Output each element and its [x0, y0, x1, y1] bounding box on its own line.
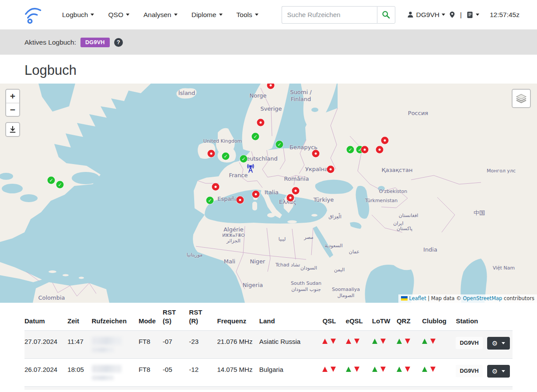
qso-mode: FT8 [139, 358, 163, 386]
arrow-down-red-icon [430, 367, 436, 372]
logbook-table: Datum Zeit Rufzeichen Mode RST (S) RST (… [24, 303, 513, 386]
arrow-down-red-icon [430, 339, 436, 344]
menu-analysen-label: Analysen [143, 11, 171, 19]
active-logbook-badge: DG9VH [80, 38, 110, 47]
logbook-switcher[interactable] [466, 11, 479, 19]
menu-analysen[interactable]: Analysen [138, 7, 183, 22]
qso-marker[interactable] [208, 150, 215, 158]
user-dropdown[interactable]: DG9VH [407, 11, 445, 19]
qso-marker-confirmed[interactable] [48, 177, 55, 184]
station-badge: DG9VH [456, 337, 482, 350]
qso-marker[interactable] [212, 183, 220, 191]
qso-marker[interactable] [287, 194, 294, 202]
search-icon [382, 10, 390, 19]
qso-rufzeichen [92, 358, 139, 386]
menu-logbuch[interactable]: Logbuch [57, 7, 99, 22]
col-actions [487, 303, 513, 330]
qso-marker-confirmed[interactable] [240, 155, 248, 163]
arrow-up-red-icon [322, 367, 328, 372]
menu-tools-label: Tools [237, 11, 252, 19]
gear-icon: ⚙ [492, 340, 498, 346]
antenna-icon[interactable] [245, 162, 256, 174]
qso-actions: ⚙ [487, 330, 513, 358]
arrow-up-red-icon [346, 339, 351, 344]
logbook-table-section: Datum Zeit Rufzeichen Mode RST (S) RST (… [0, 303, 537, 390]
menu-diplome[interactable]: Diplome [186, 7, 228, 22]
qso-marker[interactable] [292, 187, 300, 195]
qsl-status-arrows [422, 366, 439, 373]
qso-lotw-status [372, 330, 397, 358]
map-attribution: Leaflet | Map data © OpenStreetMap contr… [398, 294, 537, 303]
arrow-up-red-icon [322, 339, 328, 344]
col-mode: Mode [139, 303, 163, 330]
active-logbook-bar: Aktives Logbuch: DG9VH ? [0, 30, 537, 55]
zoom-out-button[interactable]: − [6, 103, 19, 116]
arrow-up-green-icon [422, 339, 427, 344]
ukraine-flag-icon [401, 296, 408, 301]
col-qsl: QSL [322, 303, 345, 330]
qso-marker-confirmed[interactable] [252, 133, 259, 140]
search-input[interactable] [282, 6, 377, 24]
qso-marker-confirmed[interactable] [206, 197, 214, 204]
map-layers-control[interactable] [512, 89, 531, 108]
chevron-down-icon [126, 14, 129, 16]
qso-marker-confirmed[interactable] [347, 146, 354, 154]
qso-marker[interactable] [327, 166, 335, 173]
leaflet-link[interactable]: Leaflet [409, 295, 426, 301]
attribution-text: | Map data © [426, 295, 463, 301]
map-download-button[interactable] [5, 122, 20, 137]
gear-icon: ⚙ [492, 368, 498, 374]
col-frequenz: Frequenz [217, 303, 259, 330]
openstreetmap-link[interactable]: OpenStreetMap [463, 295, 502, 301]
qso-marker[interactable] [361, 146, 369, 154]
qso-rst-r: -12 [189, 358, 217, 386]
col-rst-r: RST (R) [189, 303, 217, 330]
menu-qso-label: QSO [108, 11, 123, 19]
qso-qrz-status [397, 358, 422, 386]
qso-marker[interactable] [381, 137, 389, 144]
row-actions-button[interactable]: ⚙ [487, 365, 510, 378]
active-logbook-label: Aktives Logbuch: [24, 38, 76, 46]
qso-marker-confirmed[interactable] [222, 153, 230, 160]
zoom-in-button[interactable]: + [6, 90, 19, 103]
qso-land: Bulgaria [259, 358, 323, 386]
page-title: Logbuch [24, 63, 513, 78]
row-actions-button[interactable]: ⚙ [487, 337, 510, 350]
redacted-name [92, 347, 114, 352]
qso-marker[interactable] [237, 196, 244, 204]
qso-mode: FT8 [139, 330, 163, 358]
qso-actions: ⚙ [487, 358, 513, 386]
arrow-down-red-icon [405, 367, 410, 372]
qso-marker-confirmed[interactable] [276, 141, 283, 148]
arrow-up-green-icon [346, 367, 351, 372]
layers-icon [515, 92, 528, 105]
qso-marker[interactable] [376, 146, 384, 154]
wavelog-logo[interactable] [24, 5, 45, 25]
qso-marker[interactable] [312, 150, 320, 158]
arrow-up-green-icon [372, 339, 377, 344]
search-button[interactable] [377, 6, 395, 24]
arrow-down-red-icon [331, 339, 336, 344]
arrow-down-red-icon [354, 339, 359, 344]
help-icon[interactable]: ? [114, 38, 123, 47]
qso-qrz-status [397, 330, 422, 358]
qso-marker[interactable] [252, 191, 260, 198]
table-header-row: Datum Zeit Rufzeichen Mode RST (S) RST (… [24, 303, 513, 330]
station-badge: DG9VH [456, 365, 482, 378]
qso-marker-confirmed[interactable] [56, 181, 64, 189]
qso-zeit: 11:47 [67, 330, 91, 358]
qso-frequenz: 21.076 MHz [217, 330, 259, 358]
qso-marker[interactable] [257, 119, 265, 126]
qsl-status-arrows [397, 366, 413, 373]
chevron-down-icon [174, 14, 178, 16]
geo-pin-icon[interactable] [449, 10, 456, 19]
map-zoom-control: + − [5, 89, 20, 117]
download-icon [8, 125, 17, 134]
qso-lotw-status [372, 358, 397, 386]
col-clublog: Clublog [422, 303, 456, 330]
menu-qso[interactable]: QSO [103, 7, 134, 22]
menu-tools[interactable]: Tools [231, 7, 264, 22]
chevron-down-icon [502, 342, 505, 344]
arrow-down-red-icon [405, 339, 410, 344]
qso-map[interactable]: + − Leaflet | Map data © OpenStreetMap c… [0, 84, 537, 303]
